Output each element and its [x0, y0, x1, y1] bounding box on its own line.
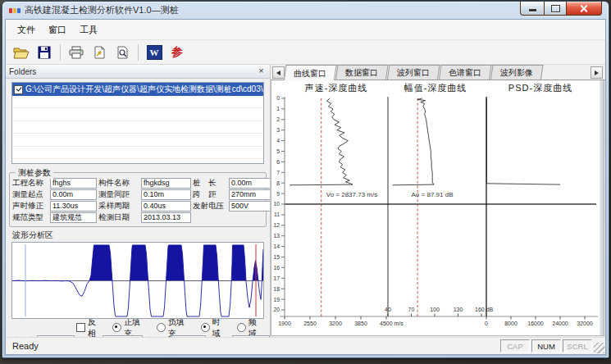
tab-label: 色谱窗口: [449, 67, 481, 79]
radio-icon[interactable]: [157, 323, 166, 332]
indicator-scrl: SCRL: [563, 339, 592, 353]
tab-2[interactable]: 数据窗口: [335, 65, 389, 80]
svg-text:0: 0: [485, 321, 488, 326]
status-text: Ready: [12, 341, 39, 351]
tab-scroll-left-icon: [276, 71, 280, 75]
svg-text:0: 0: [276, 95, 280, 101]
svg-text:3850: 3850: [354, 321, 367, 326]
param-field[interactable]: fhghs: [50, 178, 97, 189]
menu-item-1[interactable]: 窗口: [42, 21, 73, 39]
tab-scroll-right-button[interactable]: [590, 66, 603, 79]
folders-panel-title: Folders: [9, 67, 36, 76]
checkbox-icon[interactable]: [14, 85, 23, 94]
export-page-icon: [93, 46, 106, 59]
minimize-button[interactable]: [520, 2, 545, 16]
svg-text:4500 m/s: 4500 m/s: [380, 321, 404, 326]
svg-text:70: 70: [408, 307, 415, 312]
resize-grip[interactable]: [594, 343, 604, 353]
param-label: 构件名称: [98, 178, 139, 189]
close-button[interactable]: [566, 2, 602, 16]
print-button[interactable]: [66, 42, 87, 63]
svg-text:17: 17: [273, 275, 280, 281]
save-button[interactable]: [34, 42, 55, 63]
svg-text:10: 10: [273, 201, 280, 207]
save-icon: [38, 46, 51, 59]
file-list[interactable]: G:\公司产品设计开发\超声仪器\超声仪实地检测数据\测桩cd\cd03\cd0…: [11, 82, 264, 164]
svg-text:5: 5: [276, 148, 280, 154]
tab-5[interactable]: 波列影像: [490, 65, 544, 80]
export-button[interactable]: [89, 42, 110, 63]
param-field[interactable]: 0.40us: [141, 201, 191, 212]
param-field[interactable]: 11.30us: [50, 201, 97, 212]
param-label: 测量间距: [98, 189, 139, 200]
svg-text:19: 19: [273, 297, 280, 303]
maximize-button[interactable]: [545, 2, 566, 16]
toolbar-separator: [60, 44, 61, 61]
list-item[interactable]: G:\公司产品设计开发\超声仪器\超声仪实地检测数据\测桩cd\cd03\cd0…: [12, 83, 263, 96]
param-label: 采样周期: [98, 201, 139, 212]
chart-area: 01234567891011121314151617181920声速-深度曲线1…: [271, 80, 604, 336]
minimize-icon: [529, 9, 536, 11]
param-field[interactable]: 0.00m: [50, 189, 97, 200]
tab-scroll-left-button[interactable]: [272, 66, 285, 79]
param-label: 检测日期: [98, 212, 139, 223]
svg-text:13: 13: [273, 233, 280, 239]
panel-close-icon[interactable]: ×: [256, 66, 267, 76]
app-icon: [9, 8, 21, 13]
tab-3[interactable]: 波列窗口: [387, 65, 440, 80]
maximize-icon: [551, 5, 560, 12]
title-bar[interactable]: 高铁建混凝土检测分析软件V1.0—测桩: [2, 2, 609, 19]
main-area: Folders × G:\公司产品设计开发\超声仪器\超声仪实地检测数据\测桩c…: [6, 65, 605, 337]
radio-icon[interactable]: [237, 323, 246, 332]
svg-text:3: 3: [276, 127, 280, 133]
param-field[interactable]: 500V: [229, 201, 271, 212]
tab-1[interactable]: 曲线窗口: [284, 65, 337, 80]
svg-text:130: 130: [454, 307, 463, 312]
desktop: 高铁建混凝土检测分析软件V1.0—测桩 文件窗口工具: [0, 0, 611, 364]
svg-text:16: 16: [273, 265, 280, 271]
param-field[interactable]: 0.10m: [141, 189, 191, 200]
svg-text:160 dB: 160 dB: [475, 307, 494, 312]
param-label: 桩 长: [193, 178, 227, 189]
svg-text:9: 9: [276, 191, 280, 197]
radio-icon[interactable]: [112, 323, 121, 332]
menu-item-0[interactable]: 文件: [11, 21, 42, 39]
svg-text:2550: 2550: [303, 321, 317, 326]
panel-edge: [600, 80, 604, 335]
svg-text:7: 7: [276, 170, 280, 175]
tab-label: 波列影像: [500, 67, 533, 79]
waveform-plot: [12, 243, 263, 318]
radio-icon[interactable]: [201, 323, 210, 332]
file-path: G:\公司产品设计开发\超声仪器\超声仪实地检测数据\测桩cd\cd03\cd0…: [25, 84, 263, 95]
param-label: 规范类型: [12, 212, 48, 223]
tab-scroll-right-icon: [595, 71, 599, 75]
word-export-button[interactable]: W: [144, 42, 165, 63]
svg-text:2: 2: [276, 116, 280, 122]
param-field[interactable]: 建筑规范: [50, 212, 97, 223]
folders-panel-header: Folders ×: [6, 65, 270, 79]
printer-icon: [69, 46, 84, 59]
menu-item-2[interactable]: 工具: [73, 21, 104, 39]
toolbar-separator: [138, 44, 139, 61]
open-file-button[interactable]: [11, 42, 32, 63]
param-field[interactable]: 2013.03.13: [141, 212, 191, 223]
pile-params-group-title: 测桩参数: [16, 167, 53, 179]
invert-checkbox[interactable]: [76, 323, 85, 332]
print-preview-button[interactable]: [112, 42, 133, 63]
tab-4[interactable]: 色谱窗口: [439, 65, 492, 80]
param-field[interactable]: fhgkdsg: [141, 178, 191, 189]
svg-text:8000: 8000: [504, 321, 518, 326]
open-folder-icon: [13, 46, 30, 59]
param-label: 测量起点: [12, 189, 48, 200]
close-icon: [580, 4, 588, 12]
svg-text:Vo = 2837.73 m/s: Vo = 2837.73 m/s: [326, 191, 378, 198]
preview-icon: [116, 46, 129, 59]
svg-text:1900: 1900: [278, 321, 291, 326]
svg-text:PSD-深度曲线: PSD-深度曲线: [508, 83, 572, 93]
toolbar: W 参: [6, 40, 605, 65]
param-field[interactable]: 0.00m: [229, 178, 271, 189]
param-field[interactable]: 270mm: [229, 189, 271, 200]
params-button[interactable]: 参: [166, 42, 188, 63]
params-icon: 参: [171, 45, 183, 60]
client-area: 文件窗口工具: [5, 19, 606, 355]
